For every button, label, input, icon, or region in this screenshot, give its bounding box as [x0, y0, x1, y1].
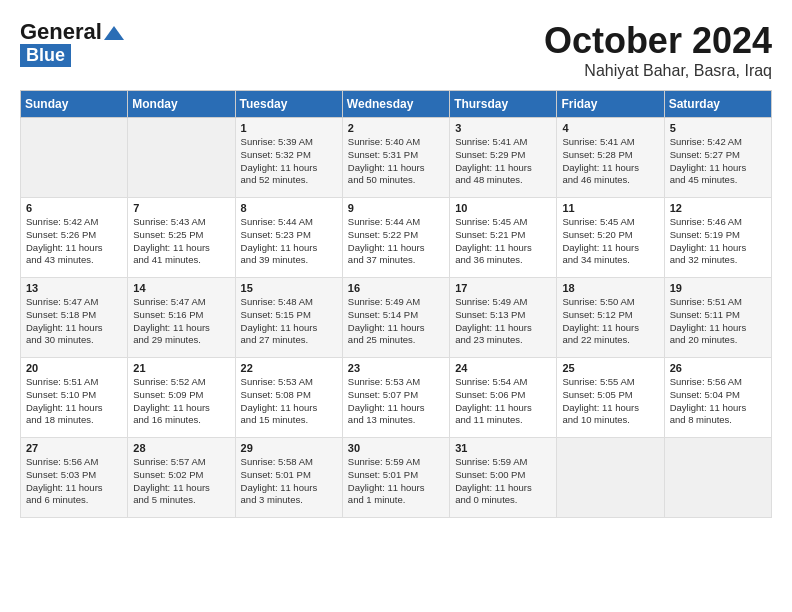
week-row-1: 6Sunrise: 5:42 AM Sunset: 5:26 PM Daylig…	[21, 198, 772, 278]
week-row-2: 13Sunrise: 5:47 AM Sunset: 5:18 PM Dayli…	[21, 278, 772, 358]
calendar-cell: 20Sunrise: 5:51 AM Sunset: 5:10 PM Dayli…	[21, 358, 128, 438]
day-info: Sunrise: 5:55 AM Sunset: 5:05 PM Dayligh…	[562, 376, 658, 427]
day-number: 1	[241, 122, 337, 134]
calendar-cell: 13Sunrise: 5:47 AM Sunset: 5:18 PM Dayli…	[21, 278, 128, 358]
day-info: Sunrise: 5:44 AM Sunset: 5:22 PM Dayligh…	[348, 216, 444, 267]
calendar-cell: 27Sunrise: 5:56 AM Sunset: 5:03 PM Dayli…	[21, 438, 128, 518]
day-number: 7	[133, 202, 229, 214]
day-info: Sunrise: 5:56 AM Sunset: 5:03 PM Dayligh…	[26, 456, 122, 507]
calendar-cell: 11Sunrise: 5:45 AM Sunset: 5:20 PM Dayli…	[557, 198, 664, 278]
logo: General Blue	[20, 20, 124, 67]
day-info: Sunrise: 5:47 AM Sunset: 5:18 PM Dayligh…	[26, 296, 122, 347]
calendar-cell: 18Sunrise: 5:50 AM Sunset: 5:12 PM Dayli…	[557, 278, 664, 358]
calendar-cell: 8Sunrise: 5:44 AM Sunset: 5:23 PM Daylig…	[235, 198, 342, 278]
calendar-cell: 5Sunrise: 5:42 AM Sunset: 5:27 PM Daylig…	[664, 118, 771, 198]
day-number: 6	[26, 202, 122, 214]
week-row-4: 27Sunrise: 5:56 AM Sunset: 5:03 PM Dayli…	[21, 438, 772, 518]
calendar-cell: 23Sunrise: 5:53 AM Sunset: 5:07 PM Dayli…	[342, 358, 449, 438]
day-info: Sunrise: 5:42 AM Sunset: 5:26 PM Dayligh…	[26, 216, 122, 267]
calendar-cell: 1Sunrise: 5:39 AM Sunset: 5:32 PM Daylig…	[235, 118, 342, 198]
day-info: Sunrise: 5:49 AM Sunset: 5:13 PM Dayligh…	[455, 296, 551, 347]
day-info: Sunrise: 5:48 AM Sunset: 5:15 PM Dayligh…	[241, 296, 337, 347]
col-header-tuesday: Tuesday	[235, 91, 342, 118]
logo-icon	[104, 26, 124, 40]
day-number: 28	[133, 442, 229, 454]
day-number: 26	[670, 362, 766, 374]
month-title: October 2024	[544, 20, 772, 62]
col-header-monday: Monday	[128, 91, 235, 118]
calendar-cell	[128, 118, 235, 198]
title-block: October 2024 Nahiyat Bahar, Basra, Iraq	[544, 20, 772, 80]
calendar-cell: 2Sunrise: 5:40 AM Sunset: 5:31 PM Daylig…	[342, 118, 449, 198]
calendar-cell: 6Sunrise: 5:42 AM Sunset: 5:26 PM Daylig…	[21, 198, 128, 278]
day-number: 2	[348, 122, 444, 134]
calendar-cell: 28Sunrise: 5:57 AM Sunset: 5:02 PM Dayli…	[128, 438, 235, 518]
day-number: 23	[348, 362, 444, 374]
day-number: 3	[455, 122, 551, 134]
day-info: Sunrise: 5:45 AM Sunset: 5:20 PM Dayligh…	[562, 216, 658, 267]
logo-blue: Blue	[20, 44, 71, 67]
col-header-wednesday: Wednesday	[342, 91, 449, 118]
calendar-cell: 30Sunrise: 5:59 AM Sunset: 5:01 PM Dayli…	[342, 438, 449, 518]
col-header-thursday: Thursday	[450, 91, 557, 118]
calendar-cell: 16Sunrise: 5:49 AM Sunset: 5:14 PM Dayli…	[342, 278, 449, 358]
day-info: Sunrise: 5:58 AM Sunset: 5:01 PM Dayligh…	[241, 456, 337, 507]
day-info: Sunrise: 5:43 AM Sunset: 5:25 PM Dayligh…	[133, 216, 229, 267]
day-info: Sunrise: 5:44 AM Sunset: 5:23 PM Dayligh…	[241, 216, 337, 267]
week-row-0: 1Sunrise: 5:39 AM Sunset: 5:32 PM Daylig…	[21, 118, 772, 198]
day-info: Sunrise: 5:47 AM Sunset: 5:16 PM Dayligh…	[133, 296, 229, 347]
calendar-cell: 21Sunrise: 5:52 AM Sunset: 5:09 PM Dayli…	[128, 358, 235, 438]
col-header-friday: Friday	[557, 91, 664, 118]
calendar-cell	[21, 118, 128, 198]
day-info: Sunrise: 5:41 AM Sunset: 5:29 PM Dayligh…	[455, 136, 551, 187]
header-row: SundayMondayTuesdayWednesdayThursdayFrid…	[21, 91, 772, 118]
calendar-cell: 9Sunrise: 5:44 AM Sunset: 5:22 PM Daylig…	[342, 198, 449, 278]
location-subtitle: Nahiyat Bahar, Basra, Iraq	[544, 62, 772, 80]
day-number: 24	[455, 362, 551, 374]
day-number: 8	[241, 202, 337, 214]
calendar-cell: 3Sunrise: 5:41 AM Sunset: 5:29 PM Daylig…	[450, 118, 557, 198]
day-number: 29	[241, 442, 337, 454]
calendar-cell: 25Sunrise: 5:55 AM Sunset: 5:05 PM Dayli…	[557, 358, 664, 438]
day-info: Sunrise: 5:53 AM Sunset: 5:08 PM Dayligh…	[241, 376, 337, 427]
day-number: 25	[562, 362, 658, 374]
day-number: 16	[348, 282, 444, 294]
day-info: Sunrise: 5:51 AM Sunset: 5:11 PM Dayligh…	[670, 296, 766, 347]
calendar-cell: 14Sunrise: 5:47 AM Sunset: 5:16 PM Dayli…	[128, 278, 235, 358]
day-info: Sunrise: 5:40 AM Sunset: 5:31 PM Dayligh…	[348, 136, 444, 187]
calendar-cell: 24Sunrise: 5:54 AM Sunset: 5:06 PM Dayli…	[450, 358, 557, 438]
page-header: General Blue October 2024 Nahiyat Bahar,…	[20, 20, 772, 80]
svg-marker-0	[104, 26, 124, 40]
day-number: 14	[133, 282, 229, 294]
week-row-3: 20Sunrise: 5:51 AM Sunset: 5:10 PM Dayli…	[21, 358, 772, 438]
day-number: 15	[241, 282, 337, 294]
calendar-cell: 19Sunrise: 5:51 AM Sunset: 5:11 PM Dayli…	[664, 278, 771, 358]
col-header-saturday: Saturday	[664, 91, 771, 118]
day-number: 18	[562, 282, 658, 294]
day-number: 13	[26, 282, 122, 294]
day-info: Sunrise: 5:42 AM Sunset: 5:27 PM Dayligh…	[670, 136, 766, 187]
day-info: Sunrise: 5:41 AM Sunset: 5:28 PM Dayligh…	[562, 136, 658, 187]
day-number: 17	[455, 282, 551, 294]
calendar-cell: 29Sunrise: 5:58 AM Sunset: 5:01 PM Dayli…	[235, 438, 342, 518]
day-info: Sunrise: 5:57 AM Sunset: 5:02 PM Dayligh…	[133, 456, 229, 507]
day-info: Sunrise: 5:52 AM Sunset: 5:09 PM Dayligh…	[133, 376, 229, 427]
calendar-table: SundayMondayTuesdayWednesdayThursdayFrid…	[20, 90, 772, 518]
calendar-cell: 15Sunrise: 5:48 AM Sunset: 5:15 PM Dayli…	[235, 278, 342, 358]
day-info: Sunrise: 5:53 AM Sunset: 5:07 PM Dayligh…	[348, 376, 444, 427]
calendar-cell: 17Sunrise: 5:49 AM Sunset: 5:13 PM Dayli…	[450, 278, 557, 358]
day-info: Sunrise: 5:50 AM Sunset: 5:12 PM Dayligh…	[562, 296, 658, 347]
day-number: 27	[26, 442, 122, 454]
day-number: 21	[133, 362, 229, 374]
day-number: 30	[348, 442, 444, 454]
day-info: Sunrise: 5:49 AM Sunset: 5:14 PM Dayligh…	[348, 296, 444, 347]
day-number: 19	[670, 282, 766, 294]
day-info: Sunrise: 5:39 AM Sunset: 5:32 PM Dayligh…	[241, 136, 337, 187]
calendar-cell	[664, 438, 771, 518]
day-number: 9	[348, 202, 444, 214]
logo-general: General	[20, 19, 102, 44]
day-number: 22	[241, 362, 337, 374]
calendar-cell: 7Sunrise: 5:43 AM Sunset: 5:25 PM Daylig…	[128, 198, 235, 278]
day-info: Sunrise: 5:59 AM Sunset: 5:00 PM Dayligh…	[455, 456, 551, 507]
day-number: 4	[562, 122, 658, 134]
